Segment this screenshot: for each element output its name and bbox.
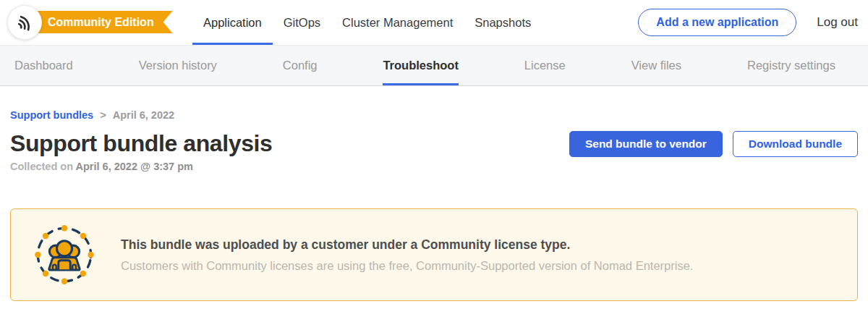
collected-date: April 6, 2022 @ 3:37 pm bbox=[76, 161, 193, 172]
title-block: Support bundle analysis Collected on Apr… bbox=[10, 130, 272, 172]
add-new-application-button[interactable]: Add a new application bbox=[638, 9, 796, 36]
breadcrumb-support-bundles-link[interactable]: Support bundles bbox=[10, 109, 93, 121]
breadcrumb-separator: > bbox=[100, 109, 106, 121]
collected-prefix: Collected on bbox=[10, 161, 73, 172]
top-header: Community Edition Application GitOps Clu… bbox=[0, 0, 868, 45]
header-spacer bbox=[542, 0, 638, 45]
sub-nav-item-troubleshoot[interactable]: Troubleshoot bbox=[383, 46, 459, 85]
banner-heading: This bundle was uploaded by a customer u… bbox=[121, 237, 693, 253]
bundle-actions: Send bundle to vendor Download bundle bbox=[569, 131, 858, 157]
main-content: Support bundles > April 6, 2022 Support … bbox=[0, 109, 868, 301]
community-group-icon bbox=[33, 223, 96, 287]
top-nav-item-application[interactable]: Application bbox=[192, 0, 273, 45]
top-nav-item-snapshots[interactable]: Snapshots bbox=[464, 0, 542, 45]
send-bundle-to-vendor-button[interactable]: Send bundle to vendor bbox=[569, 131, 723, 157]
top-nav-item-gitops[interactable]: GitOps bbox=[273, 0, 331, 45]
logout-link[interactable]: Log out bbox=[817, 15, 858, 30]
replicated-logo-icon[interactable] bbox=[7, 5, 42, 40]
breadcrumb-current: April 6, 2022 bbox=[113, 109, 174, 121]
community-edition-badge: Community Edition bbox=[20, 11, 173, 33]
replicated-mark-icon bbox=[15, 14, 35, 32]
sub-nav-item-dashboard[interactable]: Dashboard bbox=[14, 46, 73, 85]
page-title: Support bundle analysis bbox=[10, 130, 272, 157]
breadcrumb: Support bundles > April 6, 2022 bbox=[10, 109, 858, 121]
collected-timestamp: Collected on April 6, 2022 @ 3:37 pm bbox=[10, 161, 272, 172]
app-sub-nav: Dashboard Version history Config Trouble… bbox=[0, 45, 868, 86]
top-nav-item-cluster-management[interactable]: Cluster Management bbox=[331, 0, 464, 45]
brand: Community Edition bbox=[0, 0, 174, 45]
sub-nav-item-registry-settings[interactable]: Registry settings bbox=[747, 46, 835, 85]
sub-nav-item-config[interactable]: Config bbox=[283, 46, 318, 85]
title-row: Support bundle analysis Collected on Apr… bbox=[10, 130, 858, 172]
community-license-banner: This bundle was uploaded by a customer u… bbox=[10, 208, 858, 301]
top-nav: Application GitOps Cluster Management Sn… bbox=[192, 0, 542, 45]
banner-text: This bundle was uploaded by a customer u… bbox=[121, 237, 693, 273]
sub-nav-item-view-files[interactable]: View files bbox=[631, 46, 681, 85]
banner-subtext: Customers with Community licenses are us… bbox=[121, 259, 693, 273]
download-bundle-button[interactable]: Download bundle bbox=[733, 131, 858, 157]
sub-nav-item-license[interactable]: License bbox=[524, 46, 566, 85]
badge-label: Community Edition bbox=[48, 16, 154, 28]
sub-nav-item-version-history[interactable]: Version history bbox=[139, 46, 217, 85]
